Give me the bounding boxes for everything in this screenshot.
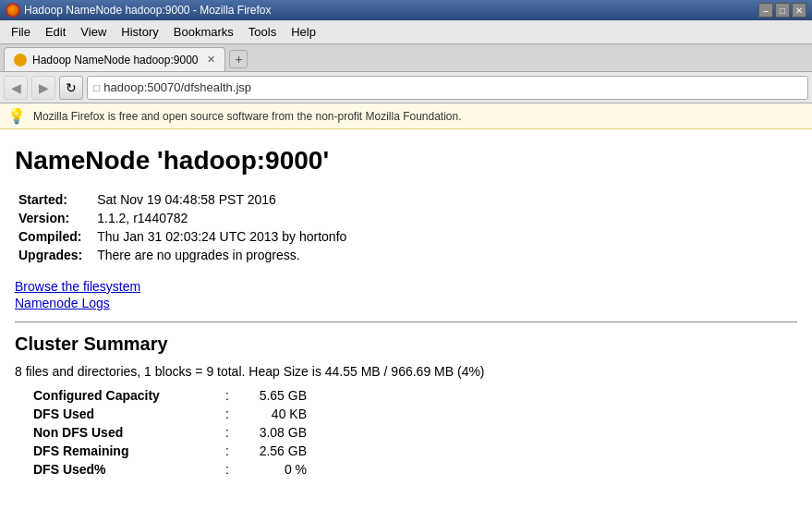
table-row: DFS Remaining : 2.56 GB	[15, 442, 310, 460]
tab-close-icon[interactable]: ✕	[207, 54, 215, 66]
stat-value: 40 KB	[236, 405, 310, 423]
table-row: Non DFS Used : 3.08 GB	[15, 423, 310, 442]
tab-label: Hadoop NameNode hadoop:9000	[32, 54, 198, 67]
menu-bookmarks[interactable]: Bookmarks	[166, 23, 241, 41]
stat-value: 3.08 GB	[236, 423, 310, 442]
stat-value: 2.56 GB	[236, 442, 310, 460]
info-table: Started: Sat Nov 19 04:48:58 PST 2016 Ve…	[15, 190, 797, 264]
stat-value: 0 %	[236, 460, 310, 479]
infobar-message: Mozilla Firefox is free and open source …	[33, 110, 462, 123]
upgrades-label: Upgrades:	[15, 246, 93, 264]
titlebar: Hadoop NameNode hadoop:9000 - Mozilla Fi…	[0, 0, 812, 20]
stat-colon: :	[218, 423, 236, 442]
stat-label: DFS Used%	[15, 460, 218, 479]
table-row: DFS Used% : 0 %	[15, 460, 310, 479]
infobar: 💡 Mozilla Firefox is free and open sourc…	[0, 103, 812, 129]
stat-label: DFS Used	[15, 405, 218, 423]
divider	[15, 322, 797, 322]
stat-colon: :	[218, 442, 236, 460]
minimize-button[interactable]: –	[758, 3, 773, 18]
namenode-logs-link[interactable]: Namenode Logs	[15, 296, 797, 310]
table-row: DFS Used : 40 KB	[15, 405, 310, 423]
compiled-label: Compiled:	[15, 227, 93, 246]
stats-table: Configured Capacity : 5.65 GB DFS Used :…	[15, 386, 797, 479]
new-tab-button[interactable]: +	[229, 50, 248, 68]
page-title: NameNode 'hadoop:9000'	[15, 146, 797, 176]
compiled-row: Compiled: Thu Jan 31 02:03:24 UTC 2013 b…	[15, 227, 350, 246]
stat-colon: :	[218, 405, 236, 423]
menu-history[interactable]: History	[114, 23, 165, 41]
menu-file[interactable]: File	[4, 23, 38, 41]
links-section: Browse the filesystem Namenode Logs	[15, 279, 797, 310]
stat-label: Non DFS Used	[15, 423, 218, 442]
navbar: ◀ ▶ ↻ □	[0, 72, 812, 103]
started-row: Started: Sat Nov 19 04:48:58 PST 2016	[15, 190, 350, 209]
window-controls: – □ ✕	[758, 3, 806, 18]
forward-button[interactable]: ▶	[31, 76, 55, 100]
compiled-value: Thu Jan 31 02:03:24 UTC 2013 by hortonfo	[93, 227, 350, 246]
reload-button[interactable]: ↻	[59, 76, 83, 100]
stat-colon: :	[218, 386, 236, 405]
back-button[interactable]: ◀	[4, 76, 28, 100]
upgrades-row: Upgrades: There are no upgrades in progr…	[15, 246, 350, 264]
current-tab[interactable]: Hadoop NameNode hadoop:9000 ✕	[4, 47, 225, 71]
version-label: Version:	[15, 209, 93, 227]
stat-value: 5.65 GB	[236, 386, 310, 405]
firefox-logo-icon	[6, 3, 20, 18]
menu-edit[interactable]: Edit	[38, 23, 73, 41]
stat-label: DFS Remaining	[15, 442, 218, 460]
window-title: Hadoop NameNode hadoop:9000 - Mozilla Fi…	[24, 4, 272, 17]
tab-favicon-icon	[14, 54, 27, 67]
cluster-summary-title: Cluster Summary	[15, 334, 797, 355]
menu-tools[interactable]: Tools	[241, 23, 284, 41]
summary-line: 8 files and directories, 1 blocks = 9 to…	[15, 364, 797, 379]
stat-colon: :	[218, 460, 236, 479]
upgrades-value: There are no upgrades in progress.	[93, 246, 350, 264]
location-bar[interactable]	[103, 80, 802, 94]
maximize-button[interactable]: □	[775, 3, 790, 18]
started-label: Started:	[15, 190, 93, 209]
location-bar-wrap: □	[87, 76, 808, 100]
menu-help[interactable]: Help	[284, 23, 323, 41]
menu-view[interactable]: View	[73, 23, 114, 41]
close-button[interactable]: ✕	[792, 3, 806, 18]
started-value: Sat Nov 19 04:48:58 PST 2016	[93, 190, 350, 209]
page-icon: □	[93, 81, 100, 94]
browse-filesystem-link[interactable]: Browse the filesystem	[15, 279, 797, 294]
table-row: Configured Capacity : 5.65 GB	[15, 386, 310, 405]
info-icon: 💡	[7, 107, 26, 125]
menubar: File Edit View History Bookmarks Tools H…	[0, 20, 812, 44]
page-content: NameNode 'hadoop:9000' Started: Sat Nov …	[0, 129, 812, 493]
stat-label: Configured Capacity	[15, 386, 218, 405]
version-row: Version: 1.1.2, r1440782	[15, 209, 350, 227]
tabbar: Hadoop NameNode hadoop:9000 ✕ +	[0, 44, 812, 72]
version-value: 1.1.2, r1440782	[93, 209, 350, 227]
